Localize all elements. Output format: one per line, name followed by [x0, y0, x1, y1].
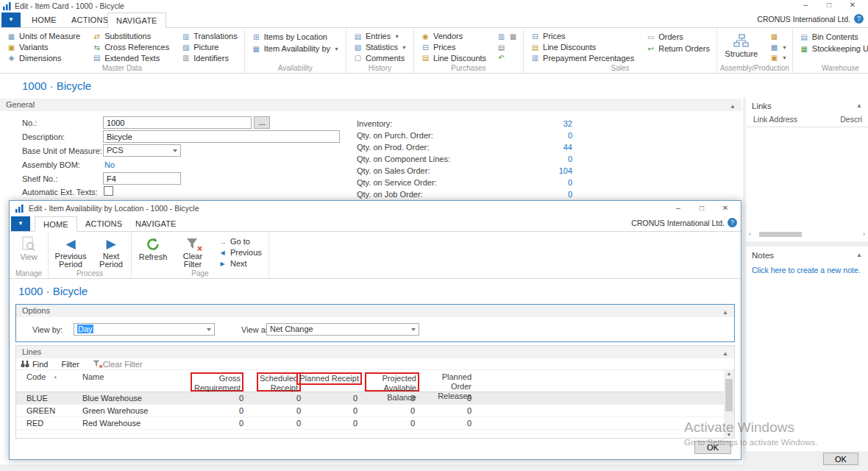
sales-prices-button[interactable]: ⊟Prices: [529, 31, 636, 42]
purchase-prices-button[interactable]: ⊟Prices: [419, 42, 488, 53]
cell-projected-available-balance[interactable]: 0: [363, 405, 421, 417]
cell-projected-available-balance[interactable]: 0: [363, 392, 421, 404]
orders-button[interactable]: ▭Orders: [644, 31, 711, 43]
variants-button[interactable]: ▣Variants: [5, 42, 82, 53]
table-row-red[interactable]: RED Red Warehouse 0 0 0 0 0: [16, 417, 734, 430]
app-menu-button[interactable]: ▼: [1, 13, 21, 27]
tab-home[interactable]: HOME: [24, 13, 65, 28]
cell-scheduled-receipt[interactable]: 0: [249, 392, 307, 404]
dialog-app-menu-button[interactable]: ▼: [11, 216, 30, 231]
translations-button[interactable]: ▥Translations: [179, 31, 239, 42]
description-input[interactable]: [103, 130, 340, 143]
scroll-left-icon[interactable]: ‹: [749, 230, 751, 238]
purchases-extra-icon-4[interactable]: ↶: [497, 53, 506, 63]
identifiers-button[interactable]: ▥Identifiers: [179, 52, 239, 63]
cell-projected-available-balance[interactable]: 0: [363, 417, 421, 429]
cell-name[interactable]: Blue Warehouse: [82, 392, 185, 404]
links-header[interactable]: Links▲: [746, 97, 868, 113]
cell-gross-requirement[interactable]: 0: [185, 392, 249, 404]
main-ok-button[interactable]: OK: [823, 453, 858, 465]
dialog-minimize-button[interactable]: –: [667, 203, 689, 213]
previous-button[interactable]: ◀Previous: [216, 247, 263, 258]
dialog-maximize-button[interactable]: □: [691, 203, 713, 213]
collapse-chevron-icon[interactable]: ▲: [856, 102, 862, 109]
refresh-button[interactable]: Refresh: [137, 234, 169, 269]
dialog-tab-home[interactable]: HOME: [35, 216, 77, 232]
auto-ext-texts-checkbox[interactable]: [104, 186, 113, 196]
cell-planned-order-releases[interactable]: 0: [421, 392, 477, 404]
qty-service-order-value[interactable]: 0: [513, 178, 572, 187]
cell-scheduled-receipt[interactable]: 0: [249, 417, 307, 429]
filter-button[interactable]: Filter: [61, 360, 79, 369]
hscroll-thumb[interactable]: [759, 232, 802, 237]
qty-job-order-value[interactable]: 0: [513, 190, 572, 199]
table-row-blue[interactable]: BLUE Blue Warehouse 0 0 0 0 0: [16, 392, 734, 405]
qty-prod-order-value[interactable]: 44: [513, 143, 572, 152]
col-header-code[interactable]: Code▲: [16, 370, 82, 392]
cross-references-button[interactable]: ⇆Cross References: [90, 42, 171, 53]
return-orders-button[interactable]: ↩Return Orders: [644, 43, 711, 54]
picture-button[interactable]: ▨Picture: [179, 42, 239, 53]
dialog-ok-button[interactable]: OK: [694, 441, 731, 454]
collapse-chevron-icon[interactable]: ▲: [722, 347, 728, 360]
statistics-button[interactable]: ▧Statistics▼: [352, 42, 408, 53]
items-by-location-button[interactable]: ⊞Items by Location: [250, 31, 341, 43]
cell-planned-receipt[interactable]: 0: [307, 417, 363, 429]
clear-filter-toolbar-button[interactable]: ×Clear Filter: [93, 360, 143, 369]
purchase-line-discounts-button[interactable]: ▤Line Discounts: [419, 52, 488, 63]
shelf-no-input[interactable]: [103, 172, 181, 185]
comments-button[interactable]: ▢Comments: [352, 52, 408, 63]
prepayment-percentages-button[interactable]: ▥Prepayment Percentages: [529, 52, 636, 63]
cell-name[interactable]: Green Warehouse: [82, 405, 185, 417]
next-period-button[interactable]: ▶ Next Period: [96, 234, 126, 269]
clear-filter-button[interactable]: × Clear Filter: [178, 234, 207, 269]
tab-navigate[interactable]: NAVIGATE: [107, 13, 166, 28]
units-of-measure-button[interactable]: ▦Units of Measure: [5, 31, 82, 42]
col-header-name[interactable]: Name: [82, 370, 185, 392]
qty-sales-order-value[interactable]: 104: [513, 166, 572, 175]
vendors-button[interactable]: ◉Vendors: [419, 31, 488, 42]
links-hscrollbar[interactable]: ‹ ›: [749, 230, 865, 238]
options-section-header[interactable]: Options ▲: [16, 305, 734, 317]
cell-gross-requirement[interactable]: 0: [185, 405, 249, 417]
vscroll-thumb[interactable]: [725, 379, 733, 411]
inventory-value[interactable]: 32: [513, 119, 572, 128]
previous-period-button[interactable]: ◀ Previous Period: [54, 234, 88, 269]
collapse-chevron-icon[interactable]: ▲: [722, 306, 728, 319]
scroll-right-icon[interactable]: ›: [863, 230, 865, 238]
structure-button[interactable]: Structure: [722, 31, 761, 63]
create-note-link[interactable]: Click here to create a new note.: [746, 263, 868, 277]
assembly-extra-icon-1[interactable]: ▦: [769, 32, 779, 41]
view-as-combobox[interactable]: Net Change: [266, 323, 419, 336]
assembly-bom-value[interactable]: No: [104, 160, 115, 169]
chevron-down-icon[interactable]: [207, 328, 211, 331]
substitutions-button[interactable]: ⇄Substitutions: [90, 31, 171, 42]
scroll-down-icon[interactable]: ▼: [724, 432, 734, 437]
collapse-chevron-icon[interactable]: ▲: [730, 100, 736, 113]
dialog-close-button[interactable]: ✕: [714, 203, 736, 213]
help-icon[interactable]: ?: [728, 218, 737, 227]
cell-code[interactable]: GREEN: [16, 405, 82, 417]
chevron-down-icon[interactable]: [173, 149, 177, 152]
links-col-link-address[interactable]: Link Address: [753, 115, 797, 124]
item-availability-by-button[interactable]: ▦Item Availability by▼: [250, 43, 341, 54]
purchases-extra-icon-1[interactable]: ▥: [497, 32, 506, 41]
assembly-extra-icon-2[interactable]: ▩: [769, 43, 779, 52]
qty-purch-order-value[interactable]: 0: [513, 131, 572, 140]
scroll-up-icon[interactable]: ▲: [724, 371, 734, 376]
base-uom-combobox[interactable]: PCS: [103, 144, 181, 157]
cell-name[interactable]: Red Warehouse: [82, 417, 185, 429]
col-header-planned-receipt[interactable]: Planned Receipt: [307, 370, 363, 392]
purchases-extra-icon-2[interactable]: ▦: [508, 32, 518, 41]
no-input[interactable]: [103, 116, 252, 129]
cell-planned-receipt[interactable]: 0: [307, 405, 363, 417]
chevron-down-icon[interactable]: [411, 328, 416, 331]
cell-planned-receipt[interactable]: 0: [307, 392, 363, 404]
general-section-header[interactable]: General ▲: [0, 99, 741, 111]
no-assist-button[interactable]: ...: [254, 116, 270, 129]
dialog-tab-actions[interactable]: ACTIONS: [77, 216, 130, 232]
entries-button[interactable]: ▤Entries▼: [352, 31, 408, 42]
table-vscrollbar[interactable]: ▲ ▼: [724, 370, 734, 438]
cell-planned-order-releases[interactable]: 0: [421, 417, 477, 429]
col-header-planned-order-releases[interactable]: Planned Order Releases: [421, 370, 477, 392]
